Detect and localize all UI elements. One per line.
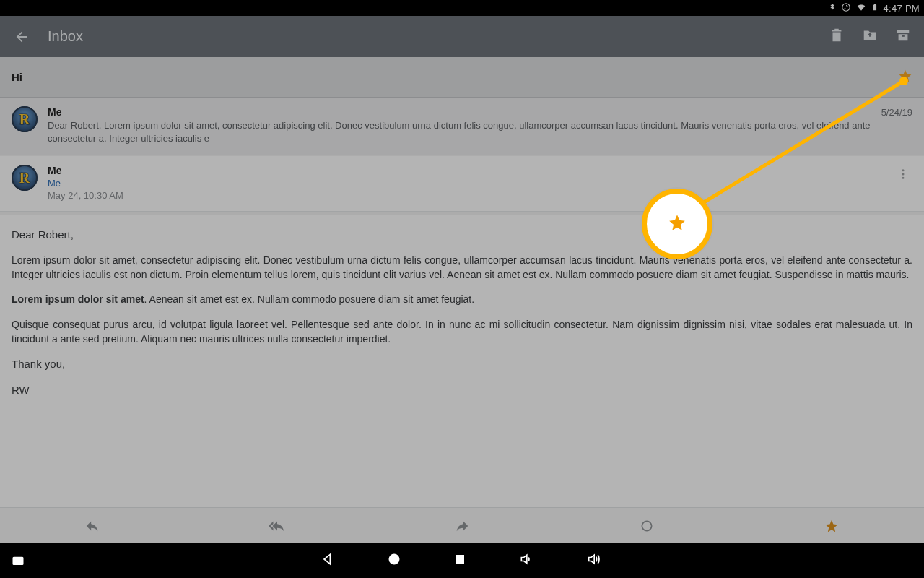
body-paragraph: Lorem ipsum dolor sit amet, consectetur … [12, 253, 912, 282]
message-body: Dear Robert, Lorem ipsum dolor sit amet,… [0, 215, 924, 507]
avatar: R [12, 165, 38, 191]
forward-button[interactable] [370, 508, 554, 543]
star-button[interactable] [739, 508, 924, 543]
svg-point-0 [842, 3, 850, 11]
header-timestamp: May 24, 10:30 AM [48, 190, 894, 201]
body-paragraph: Lorem ipsum dolor sit amet. Aenean sit a… [12, 292, 912, 306]
app-bar: Inbox [0, 16, 924, 57]
avatar: R [12, 106, 38, 132]
svg-point-5 [642, 521, 651, 530]
status-bar: 4:47 PM [0, 0, 924, 16]
preview-date: 5/24/19 [881, 107, 912, 118]
svg-point-3 [902, 173, 905, 176]
callout-highlight [642, 189, 712, 259]
svg-point-4 [902, 177, 905, 179]
archive-button[interactable] [895, 27, 911, 46]
sync-icon [841, 2, 851, 14]
page-title: Inbox [48, 28, 829, 45]
nav-recent-button[interactable] [453, 553, 466, 569]
message-header: R Me Me May 24, 10:30 AM [0, 156, 924, 212]
nav-back-button[interactable] [321, 552, 335, 569]
message-action-bar [0, 507, 924, 543]
body-thanks: Thank you, [12, 356, 912, 372]
svg-point-2 [902, 169, 905, 171]
reply-button[interactable] [0, 508, 185, 543]
message-preview[interactable]: R Me 5/24/19 Dear Robert, Lorem ipsum do… [0, 98, 924, 155]
preview-sender: Me [48, 106, 61, 118]
nav-home-button[interactable] [387, 552, 401, 569]
svg-point-8 [389, 554, 398, 564]
svg-rect-9 [456, 556, 464, 564]
reply-all-button[interactable] [185, 508, 370, 543]
preview-body: Dear Robert, Lorem ipsum dolor sit amet,… [48, 119, 912, 144]
subject-row: Hi [0, 57, 924, 98]
bluetooth-icon [828, 2, 837, 14]
back-button[interactable] [13, 28, 30, 46]
more-options-button[interactable] [894, 165, 912, 201]
header-recipient[interactable]: Me [48, 178, 894, 189]
move-to-folder-button[interactable] [862, 27, 878, 46]
svg-rect-6 [13, 558, 23, 565]
star-toggle[interactable] [898, 69, 912, 86]
svg-rect-1 [902, 35, 905, 37]
email-subject: Hi [12, 71, 898, 83]
android-nav-bar [0, 543, 924, 578]
battery-icon [871, 2, 879, 14]
status-time: 4:47 PM [883, 3, 920, 14]
screenshot-indicator-icon [10, 554, 26, 567]
delete-button[interactable] [829, 27, 845, 46]
mark-unread-button[interactable] [554, 508, 739, 543]
svg-point-7 [15, 558, 17, 560]
body-greeting: Dear Robert, [12, 227, 912, 243]
volume-down-button[interactable] [518, 552, 534, 569]
body-signature: RW [12, 382, 912, 398]
star-icon [668, 213, 687, 235]
volume-up-button[interactable] [586, 552, 603, 569]
body-paragraph: Quisque consequat purus arcu, id volutpa… [12, 317, 912, 347]
wifi-icon [855, 2, 867, 14]
header-sender: Me [48, 165, 894, 176]
